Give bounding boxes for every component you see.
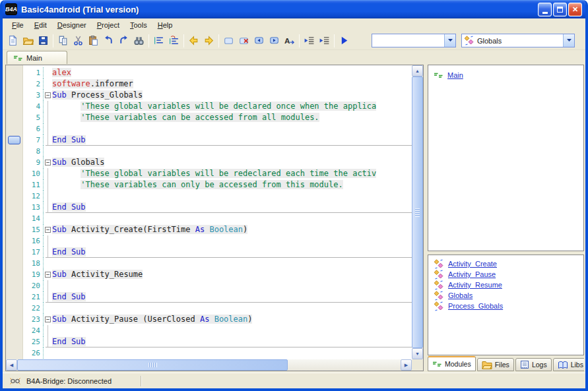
- code-line-20[interactable]: 20: [23, 280, 412, 291]
- copy-button[interactable]: [55, 33, 71, 48]
- sub-activity_create-link[interactable]: Activity_Create: [448, 260, 497, 268]
- chevron-down-icon[interactable]: [563, 34, 574, 47]
- code-editor[interactable]: 1alex2software.informer3−Sub Process_Glo…: [5, 65, 424, 371]
- close-button[interactable]: ✕: [568, 3, 582, 16]
- next-bookmark-button[interactable]: [267, 33, 282, 48]
- code-line-5[interactable]: 5 'These variables can be accessed from …: [23, 112, 412, 123]
- collapse-region-icon[interactable]: −: [45, 227, 51, 233]
- undo-button[interactable]: [101, 33, 116, 48]
- code-line-21[interactable]: 21End Sub: [23, 291, 412, 303]
- chevron-down-icon[interactable]: [444, 34, 455, 47]
- next-bookmark-icon: [269, 35, 280, 46]
- vertical-scroll-thumb[interactable]: [412, 76, 423, 348]
- code-text: [52, 325, 412, 336]
- scroll-track[interactable]: [288, 359, 401, 371]
- new-file-button[interactable]: [5, 33, 20, 48]
- code-line-12[interactable]: 12: [23, 191, 412, 202]
- code-line-25[interactable]: 25End Sub: [23, 336, 412, 347]
- panel-tab-files[interactable]: Files: [477, 358, 514, 371]
- scroll-up-button[interactable]: ▲: [412, 65, 423, 76]
- menu-help[interactable]: Help: [152, 20, 178, 30]
- subs-navigator-combobox[interactable]: Globals: [461, 34, 575, 47]
- sub-activity_pause-link[interactable]: Activity_Pause: [448, 270, 496, 278]
- code-area[interactable]: 1alex2software.informer3−Sub Process_Glo…: [23, 65, 412, 359]
- code-line-15[interactable]: 15−Sub Activity_Create(FirstTime As Bool…: [23, 224, 412, 235]
- sub-activity_resume-link[interactable]: Activity_Resume: [448, 281, 502, 289]
- code-line-6[interactable]: 6: [23, 123, 412, 135]
- code-line-18[interactable]: 18: [23, 258, 412, 269]
- menu-edit[interactable]: Edit: [29, 20, 52, 30]
- fold-guide-line: [48, 235, 48, 247]
- code-line-4[interactable]: 4 'These global variables will be declar…: [23, 101, 412, 112]
- code-line-8[interactable]: 8: [23, 146, 412, 157]
- panel-tab-libs[interactable]: Libs: [553, 358, 584, 371]
- code-text: 'These variables can only be accessed fr…: [52, 179, 412, 191]
- tab-main[interactable]: Main: [7, 51, 67, 64]
- comment-block-button[interactable]: [151, 33, 166, 48]
- uncomment-block-button[interactable]: [166, 33, 181, 48]
- code-line-10[interactable]: 10 'These global variables will be redec…: [23, 168, 412, 179]
- code-line-24[interactable]: 24: [23, 325, 412, 336]
- editor-vertical-scrollbar[interactable]: ▲ ▼: [412, 65, 423, 359]
- code-text: [52, 280, 412, 291]
- code-line-19[interactable]: 19−Sub Activity_Resume: [23, 269, 412, 280]
- menu-file[interactable]: File: [7, 20, 29, 30]
- indent-left-button[interactable]: [302, 33, 317, 48]
- paste-button[interactable]: [86, 33, 101, 48]
- code-line-16[interactable]: 16: [23, 235, 412, 247]
- panel-tab-modules[interactable]: Modules: [428, 356, 476, 371]
- code-line-3[interactable]: 3−Sub Process_Globals: [23, 90, 412, 101]
- module-main-link[interactable]: Main: [447, 71, 463, 79]
- code-line-7[interactable]: 7End Sub: [23, 135, 412, 146]
- previous-bookmark-button[interactable]: [251, 33, 267, 48]
- cut-button[interactable]: [71, 33, 86, 48]
- code-line-9[interactable]: 9−Sub Globals: [23, 157, 412, 168]
- code-text: alex: [52, 67, 412, 78]
- collapse-region-icon[interactable]: −: [45, 272, 51, 278]
- fold-guide-line: [48, 325, 48, 336]
- code-line-22[interactable]: 22: [23, 303, 412, 314]
- collapse-region-icon[interactable]: −: [45, 160, 51, 165]
- line-number: 22: [23, 303, 43, 314]
- menu-tools[interactable]: Tools: [125, 20, 152, 30]
- sub-icon: [434, 291, 444, 301]
- find-button[interactable]: [131, 33, 147, 48]
- navigate-forward-button[interactable]: [201, 33, 216, 48]
- scroll-down-button[interactable]: ▼: [412, 348, 423, 359]
- code-line-1[interactable]: 1alex: [23, 67, 412, 78]
- module-icon: [13, 54, 23, 62]
- code-line-26[interactable]: 26: [23, 347, 412, 359]
- new-file-icon: [7, 35, 18, 46]
- collapse-region-icon[interactable]: −: [45, 316, 51, 322]
- panel-tab-logs[interactable]: Logs: [515, 358, 552, 371]
- scroll-left-button[interactable]: ◀: [6, 359, 17, 371]
- sub-process_globals-link[interactable]: Process_Globals: [448, 302, 503, 310]
- code-line-14[interactable]: 14: [23, 213, 412, 224]
- minimize-button[interactable]: [538, 3, 552, 16]
- open-file-button[interactable]: [20, 33, 36, 48]
- save-file-button[interactable]: [36, 33, 51, 48]
- horizontal-scroll-thumb[interactable]: [17, 359, 288, 371]
- code-line-2[interactable]: 2software.informer: [23, 78, 412, 90]
- editor-bookmark-margin[interactable]: [6, 65, 23, 359]
- quick-search-combobox[interactable]: [372, 34, 456, 47]
- indent-right-button[interactable]: [317, 33, 332, 48]
- code-line-11[interactable]: 11 'These variables can only be accessed…: [23, 179, 412, 191]
- menu-designer[interactable]: Designer: [52, 20, 92, 30]
- fold-column: [43, 213, 52, 224]
- quick-find-symbol-button[interactable]: A: [282, 33, 297, 48]
- collapse-region-icon[interactable]: −: [45, 92, 51, 98]
- maximize-button[interactable]: [553, 3, 567, 16]
- clear-breakpoints-button[interactable]: [236, 33, 251, 48]
- navigate-back-button[interactable]: [186, 33, 201, 48]
- run-button[interactable]: [337, 33, 352, 48]
- code-line-17[interactable]: 17End Sub: [23, 247, 412, 258]
- sub-globals-link[interactable]: Globals: [448, 291, 473, 299]
- scroll-right-button[interactable]: ▶: [401, 359, 412, 371]
- code-line-13[interactable]: 13End Sub: [23, 202, 412, 213]
- editor-horizontal-scrollbar[interactable]: ◀ ▶: [6, 359, 423, 371]
- redo-button[interactable]: [116, 33, 131, 48]
- toggle-breakpoint-button[interactable]: [221, 33, 236, 48]
- code-line-23[interactable]: 23−Sub Activity_Pause (UserClosed As Boo…: [23, 314, 412, 325]
- menu-project[interactable]: Project: [92, 20, 125, 30]
